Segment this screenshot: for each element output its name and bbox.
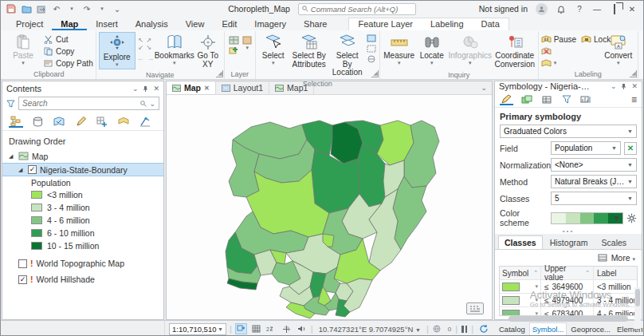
tab-share[interactable]: Share	[295, 18, 336, 30]
color-scheme-select[interactable]: ▼	[551, 212, 623, 224]
layer-row-nigeria[interactable]: ◢ ✓ Nigeria-State-Boundary	[2, 163, 163, 176]
expander-icon[interactable]: ◢	[18, 167, 25, 173]
tab-insert[interactable]: Insert	[87, 18, 127, 30]
nigeria-layer-checkbox[interactable]: ✓	[28, 165, 37, 174]
scales-tab[interactable]: Scales	[595, 235, 634, 249]
undo-dropdown-icon[interactable]: ▾	[66, 4, 77, 14]
account-avatar[interactable]	[536, 3, 548, 15]
add-graphics-layer-icon[interactable]	[242, 35, 253, 45]
sound-feedback-icon[interactable]	[296, 323, 308, 334]
save-project-icon[interactable]	[6, 4, 17, 14]
selection-options-icon[interactable]	[367, 34, 377, 43]
table-vertical-scrollbar[interactable]	[634, 287, 641, 329]
tab-project[interactable]: Project	[7, 18, 52, 30]
minimize-icon[interactable]: —	[592, 5, 602, 14]
vary-symbology-tab-icon[interactable]	[520, 93, 533, 105]
search-options-icon[interactable]: ⌄	[149, 100, 155, 108]
next-extent-icon[interactable]: →	[147, 54, 155, 62]
scale-combo[interactable]: 1:10,710,510▼	[169, 323, 226, 335]
tab-imagery[interactable]: Imagery	[245, 18, 295, 30]
help-icon[interactable]: ?	[575, 5, 584, 14]
geoprocessing-history-icon[interactable]	[36, 4, 47, 14]
dock-tab-geoprocessing[interactable]: Geoproce...	[568, 323, 613, 335]
selection-dialog-launcher-icon[interactable]: ◢	[371, 70, 379, 77]
cut-button[interactable]: Cut	[43, 34, 93, 45]
list-by-charts-icon[interactable]	[138, 115, 152, 128]
list-by-data-source-icon[interactable]	[30, 115, 45, 128]
hillshade-layer-checkbox[interactable]: ✓	[18, 275, 27, 284]
contents-search[interactable]: ⌄	[18, 97, 159, 110]
field-select[interactable]: Population▼	[551, 141, 621, 155]
customize-qat-icon[interactable]: ⌄	[112, 4, 123, 14]
locate-button[interactable]: Locate▾	[418, 32, 446, 68]
symbology-close-icon[interactable]: ✕	[631, 82, 638, 90]
close-icon[interactable]: ✕	[627, 5, 637, 14]
copy-button[interactable]: Copy	[43, 45, 93, 57]
dock-tab-symbology[interactable]: Symbol...	[529, 322, 567, 335]
class-row[interactable]: ▾ ≤3649600 <3 million	[500, 280, 637, 294]
symbology-menu-icon[interactable]: ⌄	[611, 82, 617, 90]
symbol-layer-drawing-tab-icon[interactable]	[540, 93, 553, 105]
view-tab-map[interactable]: Map ✕	[167, 81, 216, 94]
select-button[interactable]: Select▾	[258, 32, 289, 68]
select-by-attributes-button[interactable]: Select By Attributes	[290, 32, 328, 71]
pan-crosshair-icon[interactable]	[281, 323, 293, 334]
basemap-icon[interactable]	[229, 35, 239, 45]
list-by-drawing-order-icon[interactable]	[9, 115, 23, 128]
layer-row-topographic[interactable]: ! World Topographic Map	[2, 255, 163, 271]
label-options-button[interactable]: ▾	[541, 57, 600, 69]
pause-drawing-icon[interactable]	[461, 326, 467, 333]
class-symbol-swatch[interactable]	[502, 296, 520, 305]
view-tabs-menu-icon[interactable]: ⌄	[481, 84, 492, 92]
scale-properties-icon[interactable]: 2	[265, 323, 277, 334]
symbology-type-select[interactable]: Graduated Colors▼	[500, 125, 637, 138]
contents-pin-icon[interactable]	[143, 85, 148, 93]
paste-button[interactable]: Paste▾	[5, 32, 41, 68]
tab-map[interactable]: Map	[52, 18, 87, 30]
contents-menu-icon[interactable]: ⌄	[132, 85, 139, 93]
selection-attributes-icon[interactable]	[367, 54, 377, 64]
list-by-labeling-icon[interactable]	[116, 115, 131, 128]
clear-selection-icon[interactable]	[367, 44, 377, 53]
add-data-icon[interactable]	[229, 45, 239, 55]
full-extent-icon[interactable]: ↖↗↙↘	[137, 34, 155, 51]
upper-value-column-header[interactable]: Upper value⌃	[541, 267, 594, 279]
class-row[interactable]: ▾ ≤4979400 3 - 4 million	[500, 294, 637, 307]
map-canvas[interactable]	[167, 95, 492, 319]
tab-data[interactable]: Data	[473, 18, 509, 30]
navigate-dialog-launcher-icon[interactable]: ◢	[216, 70, 223, 77]
histogram-tab[interactable]: Histogram	[544, 235, 595, 249]
label-column-header[interactable]: Label	[594, 269, 637, 278]
tab-edit[interactable]: Edit	[213, 18, 245, 30]
list-by-selection-icon[interactable]	[52, 115, 66, 128]
tab-view[interactable]: View	[177, 18, 214, 30]
refresh-icon[interactable]	[477, 323, 489, 334]
redo-dropdown-icon[interactable]: ▾	[96, 4, 108, 14]
convert-labels-button[interactable]: A Convert▾	[602, 32, 635, 68]
dock-tab-catalog[interactable]: Catalog	[497, 323, 528, 335]
symbology-options-menu-icon[interactable]: ≡	[631, 94, 637, 105]
command-search[interactable]	[298, 3, 416, 15]
remove-labels-button[interactable]	[541, 45, 600, 57]
list-by-editing-icon[interactable]	[73, 115, 88, 128]
labeling-dialog-launcher-icon[interactable]: ◢	[630, 70, 637, 77]
measure-button[interactable]: Measure▾	[383, 32, 416, 68]
normalization-select[interactable]: <None>▼	[551, 158, 637, 172]
color-scheme-options-icon[interactable]	[626, 213, 637, 223]
layer-row-hillshade[interactable]: ✓ ! World Hillshade	[2, 271, 163, 287]
map-grid-icon[interactable]	[250, 323, 262, 334]
symbol-column-header[interactable]: Symbol⌃	[500, 267, 541, 279]
expander-icon[interactable]: ◢	[9, 153, 15, 160]
contents-search-input[interactable]	[22, 99, 138, 108]
filter-icon[interactable]	[6, 100, 15, 108]
scale-based-symbology-tab-icon[interactable]	[579, 93, 593, 105]
tab-labeling[interactable]: Labeling	[422, 18, 473, 30]
class-row[interactable]: ▾ ≤6783400 4 - 6 million	[500, 307, 637, 315]
topographic-layer-checkbox[interactable]	[18, 259, 27, 268]
redo-icon[interactable]: ↷	[81, 4, 92, 14]
infographics-button[interactable]: Infographics▾	[448, 32, 493, 68]
table-horizontal-scrollbar[interactable]	[499, 316, 638, 322]
open-project-icon[interactable]	[21, 4, 32, 14]
set-expression-button[interactable]: ✕	[624, 142, 637, 155]
coordinate-readout[interactable]: 10.7427321°E 9.7074925°N ▼	[316, 325, 423, 334]
